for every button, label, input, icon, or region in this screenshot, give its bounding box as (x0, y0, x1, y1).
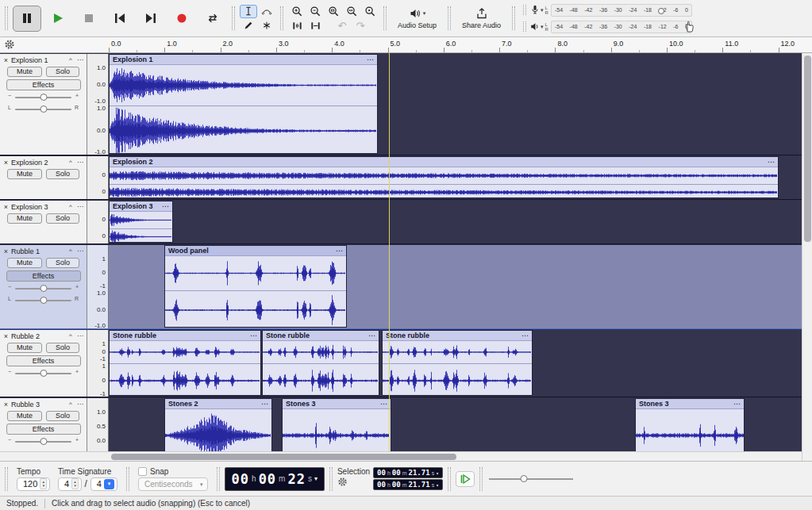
clip-menu-button[interactable]: ⋯ (364, 56, 374, 63)
track-menu-button[interactable]: ⋯ (76, 401, 84, 408)
mute-button[interactable]: Mute (7, 343, 42, 353)
recording-meter[interactable]: ▾ LR -54-48-42-36-30-24-18-12-60 (520, 2, 692, 18)
track-name[interactable]: Rubble 3 (11, 401, 65, 408)
close-track-button[interactable]: × (2, 56, 10, 64)
redo-button[interactable]: ↷ (352, 19, 369, 33)
toolbar-grip[interactable] (523, 21, 526, 32)
mute-button[interactable]: Mute (7, 258, 42, 268)
snap-checkbox[interactable]: Snap (138, 467, 208, 476)
track-menu-button[interactable]: ⋯ (76, 203, 84, 210)
zoom-out-button[interactable] (306, 5, 324, 18)
trim-audio-button[interactable] (288, 19, 306, 33)
toolbar-grip[interactable] (383, 6, 387, 30)
pan-slider[interactable]: LR (7, 104, 79, 114)
audio-clip[interactable]: Stone rubble⋯ (109, 330, 261, 396)
mute-button[interactable]: Mute (7, 67, 42, 77)
stepper-icon[interactable]: ▴▾ (71, 478, 79, 489)
gain-slider[interactable]: −+ (7, 436, 79, 447)
vertical-scrollbar[interactable] (802, 53, 812, 461)
pan-slider-thumb[interactable] (40, 297, 47, 304)
collapse-track-button[interactable]: ^ (67, 56, 75, 63)
zoom-fit-project-button[interactable] (343, 5, 360, 18)
gain-slider-thumb[interactable] (40, 94, 47, 101)
timeline-ruler[interactable]: 0.01.02.03.04.05.06.07.08.09.010.011.012… (0, 37, 812, 53)
solo-button[interactable]: Solo (46, 213, 79, 224)
audio-clip[interactable]: Stone rubble⋯ (382, 330, 533, 396)
toolbar-grip[interactable] (232, 6, 235, 30)
track-control-panel[interactable]: ×Rubble 2^⋯MuteSoloEffects−+ (0, 330, 87, 397)
vertical-scale-ruler[interactable]: 10-11.00.0-1.0 (87, 245, 109, 328)
track-control-panel[interactable]: ×Explosion 1^⋯MuteSoloEffects−+LR (0, 54, 87, 155)
caret-down-icon[interactable]: ▾ (314, 475, 317, 482)
track-menu-button[interactable]: ⋯ (76, 56, 84, 63)
toolbar-grip[interactable] (523, 5, 526, 15)
audio-clip[interactable]: Explosion 2⋯ (109, 156, 779, 198)
horizontal-scrollbar-thumb[interactable] (111, 454, 456, 460)
toolbar-grip[interactable] (5, 6, 8, 30)
toolbar-grip[interactable] (217, 467, 220, 491)
recording-meter-scale[interactable]: -54-48-42-36-30-24-18-12-60 (551, 4, 692, 17)
gain-slider-thumb[interactable] (40, 438, 47, 445)
collapse-track-button[interactable]: ^ (67, 401, 75, 408)
toolbar-grip[interactable] (280, 6, 283, 30)
skip-to-end-button[interactable] (137, 6, 165, 32)
track-area[interactable]: ×Explosion 1^⋯MuteSoloEffects−+LR1.00.0-… (0, 53, 802, 461)
close-track-button[interactable]: × (2, 247, 10, 255)
audio-clip[interactable]: Stones 3⋯ (635, 398, 745, 459)
pan-slider-thumb[interactable] (40, 105, 47, 113)
effects-button[interactable]: Effects (6, 355, 81, 366)
envelope-tool-button[interactable] (258, 5, 275, 18)
effects-button[interactable]: Effects (6, 270, 81, 282)
toolbar-grip[interactable] (448, 467, 451, 491)
mute-button[interactable]: Mute (7, 169, 42, 179)
effects-button[interactable]: Effects (6, 79, 81, 90)
checkbox-icon[interactable] (138, 467, 147, 476)
toolbar-grip[interactable] (126, 467, 129, 491)
clip-menu-button[interactable]: ⋯ (259, 400, 268, 408)
speed-slider-thumb[interactable] (520, 475, 527, 482)
gain-slider-thumb[interactable] (40, 285, 47, 292)
clip-menu-button[interactable]: ⋯ (366, 332, 375, 339)
zoom-in-button[interactable] (288, 5, 306, 18)
loop-button[interactable] (198, 6, 227, 32)
zoom-toggle-button[interactable] (361, 5, 379, 18)
audio-clip[interactable]: Explosion 1⋯ (109, 54, 378, 154)
undo-button[interactable]: ↶ (333, 19, 351, 33)
track-lane[interactable]: Wood panel⋯ (109, 245, 802, 328)
gain-slider[interactable]: −+ (7, 283, 79, 293)
mute-button[interactable]: Mute (7, 411, 42, 421)
horizontal-scrollbar[interactable] (0, 451, 802, 461)
gain-slider[interactable]: −+ (7, 368, 79, 378)
solo-button[interactable]: Solo (46, 169, 79, 179)
dropdown-caret-icon[interactable]: ▾ (104, 479, 114, 489)
mute-button[interactable]: Mute (7, 213, 42, 224)
clip-menu-button[interactable]: ⋯ (333, 247, 343, 255)
close-track-button[interactable]: × (2, 203, 10, 211)
track-control-panel[interactable]: ×Explosion 3^⋯MuteSolo (0, 201, 87, 243)
pan-slider[interactable]: LR (7, 295, 79, 305)
toolbar-grip[interactable] (329, 467, 333, 491)
collapse-track-button[interactable]: ^ (67, 332, 75, 339)
record-button[interactable] (167, 6, 196, 32)
solo-button[interactable]: Solo (46, 343, 79, 353)
clip-menu-button[interactable]: ⋯ (765, 158, 775, 166)
silence-audio-button[interactable] (306, 19, 324, 33)
draw-tool-button[interactable] (240, 19, 257, 33)
close-track-button[interactable]: × (2, 159, 10, 167)
audio-clip[interactable]: Wood panel⋯ (164, 245, 347, 328)
audio-clip[interactable]: Stones 3⋯ (282, 398, 391, 459)
audio-clip[interactable]: Stones 2⋯ (164, 398, 272, 459)
audio-position-display[interactable]: 00h 00m 22s ▾ (225, 467, 325, 491)
clip-menu-button[interactable]: ⋯ (731, 400, 741, 408)
zoom-selection-button[interactable] (325, 5, 342, 18)
tempo-input[interactable]: 120 ▴▾ (17, 477, 50, 491)
snap-mode-select[interactable]: Centiseconds ▾ (138, 477, 208, 491)
track-menu-button[interactable]: ⋯ (76, 332, 84, 339)
vertical-scale-ruler[interactable]: 00 (87, 201, 109, 243)
toolbar-grip[interactable] (479, 467, 483, 491)
track-menu-button[interactable]: ⋯ (76, 159, 84, 166)
solo-button[interactable]: Solo (46, 411, 79, 421)
audio-setup-button[interactable]: ▾ Audio Setup (391, 2, 443, 34)
selection-start-field[interactable]: 00h 00m 21.71s ▾ (373, 467, 443, 478)
pause-button[interactable] (13, 6, 41, 32)
